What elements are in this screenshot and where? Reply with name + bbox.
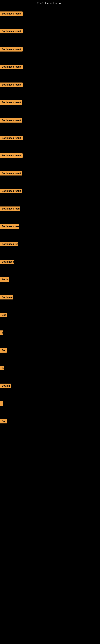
bottleneck-result-badge[interactable]: Bo — [0, 366, 4, 370]
bottleneck-result-badge[interactable]: Bottleneck resu — [0, 242, 18, 246]
bottleneck-badge-container: Bottleneck result — [0, 171, 22, 176]
bottleneck-badge-container: Bottleneck result — [0, 64, 23, 70]
bottleneck-result-badge[interactable]: Bottleneck result — [0, 189, 22, 193]
bottleneck-badge-container: Bottleneck result — [0, 82, 23, 88]
bottleneck-badge-container: Bottle — [0, 277, 9, 282]
site-title: TheBottlenecker.com — [0, 0, 100, 7]
bottleneck-result-badge[interactable]: Bottleneck result — [0, 153, 23, 158]
bottleneck-result-badge[interactable]: Bottleneck result — [0, 118, 22, 122]
bottleneck-result-badge[interactable]: Bott — [0, 313, 7, 317]
bottleneck-badge-container: Bo — [0, 366, 4, 371]
bottleneck-result-badge[interactable]: Bottleneck result — [0, 29, 23, 34]
bottleneck-result-badge[interactable]: Bottlen — [0, 384, 11, 388]
bottleneck-badge-container: Bottleneck — [0, 260, 14, 265]
bottleneck-result-badge[interactable]: Bottleneck resu — [0, 224, 19, 228]
bottleneck-result-badge[interactable]: Bottleneck result — [0, 64, 23, 69]
bottleneck-result-badge[interactable]: Bott — [0, 419, 7, 424]
bottleneck-badge-container: Bottleneck result — [0, 118, 22, 123]
bottleneck-badge-container: Bottlen — [0, 384, 11, 389]
bottleneck-result-badge[interactable]: Bottleneck result — [0, 47, 23, 52]
bottleneck-badge-container: Bottleneck result — [0, 29, 23, 34]
bottleneck-badge-container: Bott — [0, 348, 7, 354]
bottleneck-badge-container: B — [0, 330, 3, 336]
bottleneck-badge-container: Bott — [0, 313, 7, 318]
bottleneck-result-badge[interactable]: Bottleneck result — [0, 82, 23, 87]
bottleneck-badge-container: Bottleneck resu — [0, 242, 18, 247]
bottleneck-badge-container: Bottleneck result — [0, 47, 23, 52]
bottleneck-badge-container: Bottlenec — [0, 295, 13, 300]
bottleneck-result-badge[interactable]: Bottlenec — [0, 295, 13, 300]
bottleneck-badge-container: Bottleneck resu — [0, 224, 19, 230]
bottleneck-result-badge[interactable]: Bottle — [0, 277, 9, 282]
bottleneck-badge-container: Bottleneck result — [0, 136, 23, 141]
bottleneck-badge-container: Bottleneck result — [0, 12, 23, 17]
bottleneck-badge-container: | — [0, 401, 3, 406]
bottleneck-badge-container: Bottleneck result — [0, 189, 22, 194]
bottleneck-result-badge[interactable]: | — [0, 401, 3, 406]
bottleneck-result-badge[interactable]: Bottleneck result — [0, 171, 22, 176]
bottleneck-result-badge[interactable]: Bottleneck resu — [0, 206, 20, 211]
bottleneck-result-badge[interactable]: Bottleneck — [0, 260, 14, 264]
bottleneck-result-badge[interactable]: Bottleneck result — [0, 100, 22, 105]
bottleneck-result-badge[interactable]: B — [0, 330, 3, 335]
bottleneck-badge-container: Bottleneck resu — [0, 206, 20, 212]
bottleneck-result-badge[interactable]: Bottleneck result — [0, 12, 23, 16]
bottleneck-result-badge[interactable]: Bottleneck result — [0, 136, 23, 140]
bottleneck-badge-container: Bottleneck result — [0, 100, 22, 106]
bottleneck-badge-container: Bott — [0, 419, 7, 424]
bottleneck-badge-container: Bottleneck result — [0, 153, 23, 158]
bottleneck-result-badge[interactable]: Bott — [0, 348, 7, 352]
